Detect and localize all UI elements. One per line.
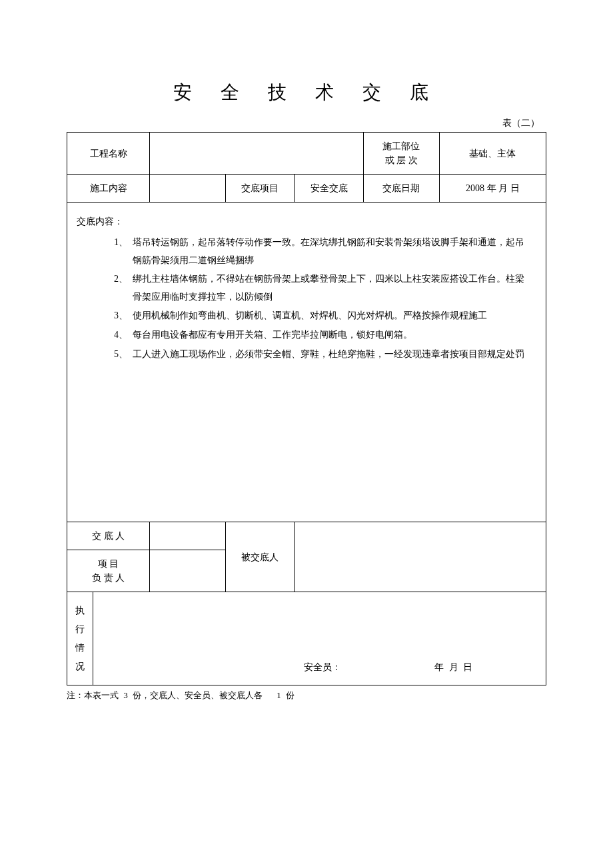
form-table: 工程名称 施工部位 或 层 次 基础、主体 施工内容 交底项目 安全交底 交底日… xyxy=(67,132,546,685)
label-construction-content: 施工内容 xyxy=(67,175,150,203)
list-item: 1、塔吊转运钢筋，起吊落转停动作要一致。在深坑绑扎钢筋和安装骨架须塔设脚手架和通… xyxy=(114,234,530,269)
label-construction-part: 施工部位 或 层 次 xyxy=(363,133,439,175)
label-project-leader: 项 目 负 责 人 xyxy=(67,550,150,592)
value-recipient xyxy=(295,522,546,592)
disclosure-content-cell: 交底内容： 1、塔吊转运钢筋，起吊落转停动作要一致。在深坑绑扎钢筋和安装骨架须塔… xyxy=(67,203,546,522)
list-text: 绑扎主柱墙体钢筋，不得站在钢筋骨架上或攀登骨架上下，四米以上柱安装应搭设工作台。… xyxy=(133,274,524,302)
list-marker: 1、 xyxy=(114,234,133,252)
list-text: 工人进入施工现场作业，必须带安全帽、穿鞋，杜绝穿拖鞋，一经发现违章者按项目部规定… xyxy=(133,349,524,359)
content-header: 交底内容： xyxy=(77,215,536,228)
signature-row-1: 交 底 人 被交底人 xyxy=(67,522,546,550)
label-execution-status: 执 行 情 况 xyxy=(67,592,93,685)
label-disclosure-date: 交底日期 xyxy=(363,175,439,203)
execution-content: 安全员： 年 月 日 xyxy=(93,592,546,685)
page-title: 安 全 技 术 交 底 xyxy=(67,80,546,105)
footnote-mid: 份，交底人、安全员、被交底人各 xyxy=(133,690,263,700)
value-project-leader xyxy=(150,550,226,592)
value-discloser xyxy=(150,522,226,550)
list-text: 每台用电设备都应有专用开关箱、工作完毕拉闸断电，锁好电闸箱。 xyxy=(133,330,412,340)
list-text: 塔吊转运钢筋，起吊落转停动作要一致。在深坑绑扎钢筋和安装骨架须塔设脚手架和通道，… xyxy=(133,237,524,265)
value-disclosure-item: 安全交底 xyxy=(295,175,363,203)
execution-row: 执 行 情 况 安全员： 年 月 日 xyxy=(67,592,546,685)
footnote-copies: 3 xyxy=(123,690,128,700)
label-project-name: 工程名称 xyxy=(67,133,150,175)
content-list: 1、塔吊转运钢筋，起吊落转停动作要一致。在深坑绑扎钢筋和安装骨架须塔设脚手架和通… xyxy=(77,234,536,363)
list-marker: 2、 xyxy=(114,270,133,288)
label-safety-officer: 安全员： xyxy=(304,660,341,674)
list-marker: 3、 xyxy=(114,307,133,325)
value-disclosure-date: 2008 年 月 日 xyxy=(439,175,546,203)
execution-date: 年 月 日 xyxy=(434,660,474,674)
list-item: 2、绑扎主柱墙体钢筋，不得站在钢筋骨架上或攀登骨架上下，四米以上柱安装应搭设工作… xyxy=(114,270,530,306)
footnote: 注：本表一式 3 份，交底人、安全员、被交底人各 1 份 xyxy=(67,689,546,701)
value-project-name xyxy=(150,133,364,175)
list-item: 4、每台用电设备都应有专用开关箱、工作完毕拉闸断电，锁好电闸箱。 xyxy=(114,326,530,344)
footnote-each: 1 xyxy=(277,690,281,700)
list-marker: 5、 xyxy=(114,346,133,364)
footnote-suffix: 份 xyxy=(286,690,295,700)
header-row-2: 施工内容 交底项目 安全交底 交底日期 2008 年 月 日 xyxy=(67,175,546,203)
list-marker: 4、 xyxy=(114,326,133,344)
label-discloser: 交 底 人 xyxy=(67,522,150,550)
list-item: 5、工人进入施工现场作业，必须带安全帽、穿鞋，杜绝穿拖鞋，一经发现违章者按项目部… xyxy=(114,346,530,364)
list-text: 使用机械制作如弯曲机、切断机、调直机、对焊机、闪光对焊机。严格按操作规程施工 xyxy=(133,310,487,320)
label-disclosure-item: 交底项目 xyxy=(225,175,294,203)
list-item: 3、使用机械制作如弯曲机、切断机、调直机、对焊机、闪光对焊机。严格按操作规程施工 xyxy=(114,307,530,325)
value-construction-part: 基础、主体 xyxy=(439,133,546,175)
value-construction-content xyxy=(150,175,226,203)
footnote-prefix: 注：本表一式 xyxy=(67,690,119,700)
header-row-1: 工程名称 施工部位 或 层 次 基础、主体 xyxy=(67,133,546,175)
table-number-label: 表（二） xyxy=(67,117,546,129)
label-recipient: 被交底人 xyxy=(225,522,294,592)
